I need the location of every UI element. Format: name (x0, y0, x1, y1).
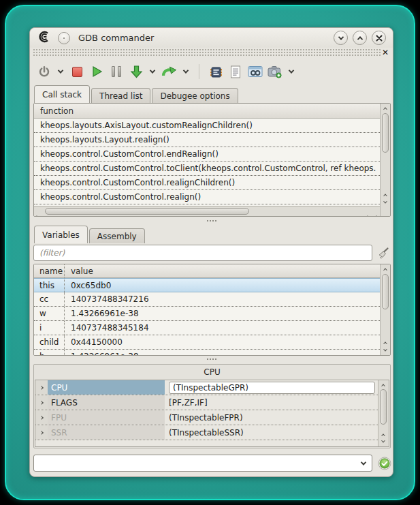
shade-button[interactable] (334, 31, 348, 45)
cpu-row-label[interactable]: SSR (48, 425, 165, 440)
scroll-up-icon[interactable] (381, 104, 390, 112)
splitter-handle[interactable] (30, 217, 393, 225)
table-row[interactable]: cc 140737488347216 (34, 292, 380, 307)
callstack-frame: kheops.control.CustomControl.toClient(kh… (34, 164, 376, 173)
close-window-button[interactable] (372, 31, 386, 45)
run-icon (91, 65, 103, 78)
variables-header-row[interactable]: name value (34, 264, 380, 278)
variables-header-name: name (34, 264, 65, 277)
expand-chevron-icon[interactable] (35, 380, 48, 395)
scroll-up-icon[interactable] (381, 265, 390, 273)
scroll-down-icon[interactable] (381, 198, 390, 206)
table-row[interactable]: kheops.control.CustomControl.endRealign(… (34, 147, 380, 162)
scroll-down-icon[interactable] (378, 438, 388, 446)
gdb-command-combobox[interactable] (33, 455, 372, 472)
callstack-frame: kheops.control.CustomControl.realignChil… (34, 178, 235, 187)
expand-chevron-icon[interactable] (35, 410, 48, 425)
scrollbar-thumb[interactable] (380, 389, 387, 425)
table-row[interactable]: kheops.layouts.AxisLayout.customRealignC… (34, 119, 380, 133)
variables-header-value: value (65, 266, 93, 276)
table-row[interactable]: kheops.control.CustomControl.toClient(kh… (34, 162, 380, 176)
expand-chevron-icon[interactable] (35, 395, 48, 410)
scroll-left-icon[interactable] (35, 209, 38, 217)
gdb-commander-window: GDB commander ✕ (29, 27, 393, 477)
tab-debugee-options[interactable]: Debugee options (152, 88, 238, 103)
variables-vertical-scrollbar[interactable] (380, 264, 390, 355)
splitter-handle[interactable] (30, 356, 393, 363)
titlebar[interactable]: GDB commander (30, 28, 393, 48)
tab-assembly[interactable]: Assembly (89, 228, 145, 243)
dock-handle-strip[interactable]: ✕ (33, 48, 390, 57)
table-row[interactable]: kheops.control.CustomControl.realign() (34, 190, 380, 204)
table-row[interactable]: FLAGS [PF,ZF,IF] (35, 395, 378, 410)
callstack-vertical-scrollbar[interactable] (380, 104, 390, 216)
table-row[interactable]: this 0xc65db0 (34, 278, 380, 292)
callstack-horizontal-scrollbar[interactable] (34, 206, 380, 216)
scroll-left-icon[interactable] (366, 209, 369, 217)
cpu-row-label[interactable]: FLAGS (48, 395, 165, 410)
app-logo-icon (37, 30, 52, 46)
expand-chevron-icon[interactable] (35, 425, 48, 440)
tab-call-stack[interactable]: Call stack (34, 85, 90, 103)
cpu-vertical-scrollbar[interactable] (378, 380, 389, 446)
scroll-right-icon[interactable] (375, 209, 378, 217)
cpu-row-label[interactable]: FPU (48, 410, 165, 425)
cpu-row-value[interactable]: (TInspectableGPR) (165, 380, 378, 395)
cpu-view-button[interactable] (208, 63, 223, 80)
table-row[interactable]: w 1.43266961e-38 (34, 307, 380, 321)
cpu-row-value[interactable]: [PF,ZF,IF] (165, 395, 378, 410)
cpu-row-value[interactable]: (TInspectableFPR) (165, 410, 378, 425)
run-button[interactable] (89, 63, 104, 80)
output-button[interactable] (228, 63, 243, 80)
callstack-frame: kheops.layouts.AxisLayout.customRealignC… (34, 121, 253, 130)
table-row[interactable]: child 0x44150000 (34, 335, 380, 350)
table-row[interactable]: FPU (TInspectableFPR) (35, 410, 378, 425)
variables-table: name value this 0xc65db0 cc 140737488347… (33, 264, 391, 356)
table-row[interactable]: kheops.control.CustomControl.realignChil… (34, 176, 380, 190)
clear-filter-button[interactable] (376, 245, 389, 260)
step-over-dropdown-button[interactable] (182, 63, 190, 80)
tab-variables[interactable]: Variables (34, 226, 88, 243)
watch-button[interactable] (248, 63, 263, 80)
callstack-frame: kheops.control.CustomControl.endRealign(… (34, 149, 219, 159)
callstack-table: function kheops.layouts.AxisLayout.custo… (33, 103, 391, 217)
power-button[interactable] (37, 63, 52, 80)
cpu-value-editor[interactable]: (TInspectableGPR) (169, 382, 375, 394)
scrollbar-thumb[interactable] (382, 274, 389, 309)
cpu-row-label[interactable]: CPU (48, 380, 165, 395)
step-into-dropdown-button[interactable] (148, 63, 157, 80)
table-row[interactable]: SSR (TInspectableSSR) (35, 425, 378, 440)
snapshot-button[interactable] (268, 63, 282, 80)
snapshot-dropdown-button[interactable] (287, 63, 295, 80)
dock-close-icon[interactable]: ✕ (381, 49, 390, 57)
table-row[interactable]: i 140737488345184 (34, 321, 380, 335)
cpu-inspector: CPU CPU (TInspectableGPR) FLAGS [PF,ZF,I… (33, 364, 391, 448)
table-row[interactable]: kheops.layouts.Layout.realign() (34, 133, 380, 147)
table-row[interactable]: h 1.43266961e-38 (34, 350, 380, 355)
callstack-header-row[interactable]: function (34, 104, 380, 119)
scroll-up-icon[interactable] (378, 381, 388, 389)
unshade-button[interactable] (353, 31, 367, 45)
variable-value: 1.43266961e-38 (65, 309, 139, 318)
pause-button[interactable] (109, 63, 124, 80)
grip-dots-icon (206, 358, 217, 361)
toolbar-separator (199, 64, 199, 79)
ok-check-icon (378, 457, 391, 470)
step-into-button[interactable] (129, 63, 144, 80)
variable-name: w (34, 307, 65, 320)
table-row[interactable]: CPU (TInspectableGPR) (35, 380, 378, 395)
send-command-button[interactable] (378, 456, 391, 470)
variable-value: 0xc65db0 (65, 281, 111, 290)
stop-button[interactable] (69, 63, 84, 80)
window-menu-button[interactable] (58, 32, 70, 44)
chevron-down-icon (183, 67, 189, 73)
cpu-row-value[interactable]: (TInspectableSSR) (165, 425, 378, 440)
filter-input[interactable] (33, 245, 372, 261)
watch-window-icon (248, 65, 263, 78)
step-over-button[interactable] (161, 63, 177, 80)
scroll-down-icon[interactable] (381, 346, 390, 354)
scrollbar-thumb[interactable] (382, 113, 389, 153)
power-dropdown-button[interactable] (56, 63, 65, 80)
tab-thread-list[interactable]: Thread list (91, 88, 150, 103)
scrollbar-thumb[interactable] (45, 208, 249, 215)
